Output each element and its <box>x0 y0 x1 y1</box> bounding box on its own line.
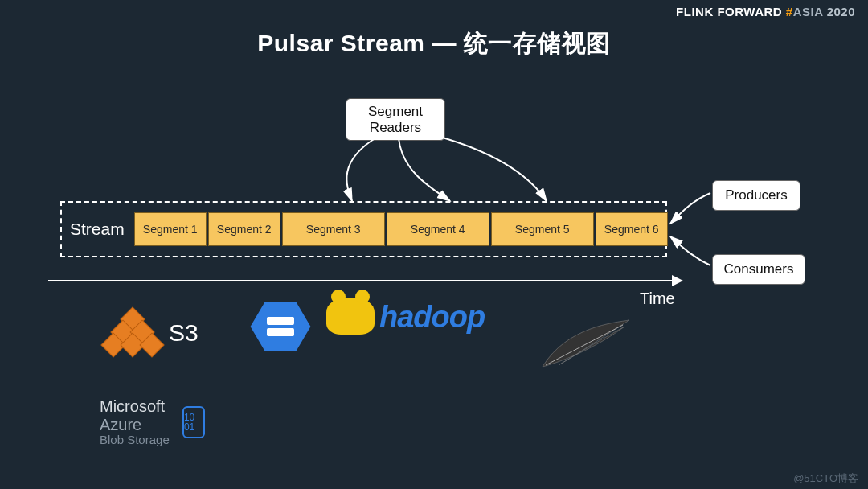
consumers-box: Consumers <box>712 254 805 285</box>
segments-row: Segment 1 Segment 2 Segment 3 Segment 4 … <box>134 203 669 256</box>
s3-label: S3 <box>169 319 199 347</box>
producers-box: Producers <box>712 180 800 211</box>
stream-container: Stream Segment 1 Segment 2 Segment 3 Seg… <box>60 201 667 257</box>
s3-cubes-icon <box>104 310 162 355</box>
watermark: @51CTO博客 <box>793 471 858 486</box>
segment-3: Segment 3 <box>282 212 385 246</box>
stream-label: Stream <box>62 220 134 239</box>
azure-line2: Blob Storage <box>100 433 174 446</box>
slide-title: Pulsar Stream — 统一存储视图 <box>0 27 868 60</box>
segment-readers-box: Segment Readers <box>346 98 445 141</box>
brand-flink: FLINK FORWARD <box>676 5 786 18</box>
apache-feather-icon <box>534 318 631 375</box>
azure-line1: Microsoft Azure <box>100 397 174 434</box>
gcp-storage-icon <box>249 299 313 364</box>
segment-1: Segment 1 <box>134 212 207 246</box>
hadoop-text: hadoop <box>379 300 485 335</box>
azure-badge-icon: 10 01 <box>182 406 205 438</box>
aws-s3-logo: S3 <box>104 310 199 355</box>
brand-hash: # <box>786 5 793 18</box>
header-brand: FLINK FORWARD #ASIA 2020 <box>676 5 855 18</box>
time-axis <box>48 280 682 281</box>
segment-readers-line2: Readers <box>351 120 440 136</box>
segment-readers-line1: Segment <box>351 104 440 120</box>
azure-blob-logo: Microsoft Azure Blob Storage 10 01 <box>100 397 205 446</box>
brand-asia: ASIA <box>793 5 827 18</box>
brand-year: 2020 <box>827 5 855 18</box>
hadoop-elephant-icon <box>326 298 375 335</box>
segment-6: Segment 6 <box>596 212 668 246</box>
segment-2: Segment 2 <box>208 212 280 246</box>
time-label: Time <box>640 290 675 308</box>
segment-5: Segment 5 <box>491 212 594 246</box>
segment-4: Segment 4 <box>387 212 489 246</box>
hadoop-logo: hadoop <box>326 298 485 335</box>
